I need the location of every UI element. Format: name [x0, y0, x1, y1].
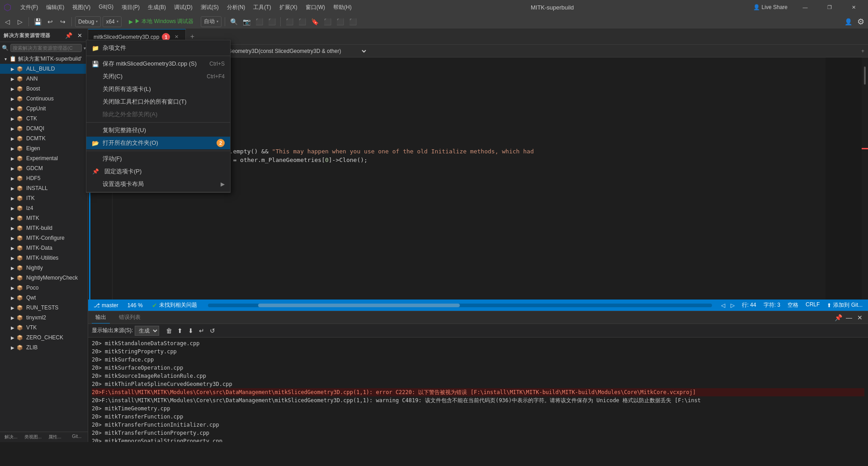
status-row[interactable]: 行: 44 — [740, 301, 758, 309]
sidebar-item-tinyxml2[interactable]: ▶ 📦 tinyxml2 — [0, 313, 88, 323]
status-git[interactable]: ⎇ master — [92, 300, 120, 311]
sidebar-item-vtk[interactable]: ▶ 📦 VTK — [0, 323, 88, 333]
output-wrap-btn[interactable]: ↵ — [197, 326, 206, 335]
pin-icon[interactable]: 📌 — [64, 31, 73, 40]
menu-extensions[interactable]: 扩展(X) — [276, 2, 301, 13]
platform-dropdown[interactable]: x64 ▾ — [103, 16, 121, 27]
close-button[interactable]: ✕ — [844, 0, 864, 14]
search-input[interactable] — [10, 44, 82, 52]
output-refresh-btn[interactable]: ↺ — [208, 326, 217, 335]
panel-close-btn[interactable]: ✕ — [855, 313, 864, 322]
sidebar-item-poco[interactable]: ▶ 📦 Poco — [0, 283, 88, 293]
tool-btn-4[interactable]: ⬛ — [284, 16, 295, 27]
sidebar-item-ann[interactable]: ▶ 📦 ANN — [0, 74, 88, 84]
scrollbar-right[interactable] — [862, 57, 868, 300]
add-to-git-btn[interactable]: ⬆ 添加到 Git... — [825, 301, 864, 309]
sidebar-item-dcmqi[interactable]: ▶ 📦 DCMQI — [0, 124, 88, 133]
panel-pin-btn[interactable]: 📌 — [834, 313, 843, 322]
panel-minimize-btn[interactable]: — — [844, 313, 854, 322]
close-icon[interactable]: ✕ — [75, 31, 84, 40]
tool-btn-8[interactable]: ⬛ — [347, 16, 358, 27]
sidebar-item-run_tests[interactable]: ▶ 📦 RUN_TESTS — [0, 303, 88, 313]
sidebar-tab-git[interactable]: Git... — [66, 432, 88, 442]
maximize-button[interactable]: ❐ — [819, 0, 840, 14]
undo-button[interactable]: ↩ — [45, 16, 56, 27]
sidebar-item-zlib[interactable]: ▶ 📦 ZLIB — [0, 342, 88, 352]
tool-btn-1[interactable]: 📷 — [241, 16, 252, 27]
sidebar-item-mitk-data[interactable]: ▶ 📦 MITK-Data — [0, 243, 88, 253]
extension-btn[interactable]: ⚙ — [855, 16, 866, 27]
menu-analyze[interactable]: 分析(N) — [223, 2, 249, 13]
tool-btn-5[interactable]: ⬛ — [297, 16, 307, 27]
sidebar-item-experimental[interactable]: ▶ 📦 Experimental — [0, 153, 88, 163]
sidebar-item-zero_check[interactable]: ▶ 📦 ZERO_CHECK — [0, 333, 88, 342]
menu-help[interactable]: 帮助(H) — [330, 2, 355, 13]
auto-dropdown[interactable]: 自动 ▾ — [201, 16, 222, 27]
save-button[interactable]: 💾 — [32, 16, 43, 27]
tool-btn-2[interactable]: ⬛ — [254, 16, 264, 27]
add-scope-button[interactable]: + — [861, 48, 864, 54]
redo-button[interactable]: ↪ — [57, 16, 68, 27]
menu-build[interactable]: 生成(B) — [144, 2, 170, 13]
ctx-copy-path[interactable]: 复制完整路径(U) — [86, 124, 230, 137]
debug-mode-dropdown[interactable]: Debug ▾ — [75, 16, 101, 27]
sidebar-item-nightlymemorycheck[interactable]: ▶ 📦 NightlyMemoryCheck — [0, 273, 88, 283]
output-scroll-down-btn[interactable]: ⬇ — [186, 326, 195, 335]
sidebar-item-ctk[interactable]: ▶ 📦 CTK — [0, 114, 88, 124]
panel-tab-errors[interactable]: 错误列表 — [115, 312, 144, 323]
output-clear-btn[interactable]: 🗑 — [165, 326, 174, 335]
ctx-close-all-tabs[interactable]: 关闭所有选项卡(L) — [86, 83, 230, 95]
minimize-button[interactable]: — — [795, 0, 816, 14]
status-check[interactable]: ✔ 未找到相关问题 — [150, 300, 199, 311]
status-encoding[interactable]: CRLF — [804, 301, 821, 308]
ctx-tab-layout[interactable]: 设置选项卡布局 ▶ — [86, 178, 230, 190]
sidebar-item-eigen[interactable]: ▶ 📦 Eigen — [0, 143, 88, 153]
live-share-button[interactable]: 👤 Live Share — [750, 2, 791, 12]
status-col[interactable]: 字符: 3 — [762, 301, 782, 309]
back-button[interactable]: ◁ — [2, 16, 13, 27]
menu-view[interactable]: 视图(V) — [69, 2, 94, 13]
sidebar-item-hdf5[interactable]: ▶ 📦 HDF5 — [0, 173, 88, 183]
tool-btn-6[interactable]: ⬛ — [322, 16, 333, 27]
sidebar-item-mitk[interactable]: ▶ 📦 MITK — [0, 213, 88, 223]
menu-git[interactable]: Git(G) — [95, 2, 117, 13]
account-btn[interactable]: 👤 — [843, 16, 854, 27]
sidebar-item-gdcm[interactable]: ▶ 📦 GDCM — [0, 163, 88, 173]
output-line-6[interactable]: 20>F:\install\MITK\MITK\Modules\Core\src… — [92, 388, 864, 396]
scroll-right-btn[interactable]: ▷ — [731, 302, 735, 309]
sidebar-item-mitk-utilities[interactable]: ▶ 📦 MITK-Utilities — [0, 253, 88, 263]
status-zoom[interactable]: 146 % — [126, 300, 145, 311]
tool-btn-3[interactable]: ⬛ — [266, 16, 277, 27]
sidebar-item-qwt[interactable]: ▶ 📦 Qwt — [0, 293, 88, 303]
ctx-save[interactable]: 💾 保存 mitkSlicedGeometry3D.cpp (S) Ctrl+S — [86, 57, 230, 70]
sidebar-item-cppunit[interactable]: ▶ 📦 CppUnit — [0, 104, 88, 114]
sidebar-item-lz4[interactable]: ▶ 📦 lz4 — [0, 203, 88, 213]
function-dropdown[interactable]: SlicedGeometry3D(const SlicedGeometry3D … — [209, 47, 368, 56]
scroll-thumb[interactable] — [864, 67, 866, 85]
horizontal-scrollbar[interactable] — [208, 304, 712, 307]
ctx-misc-files[interactable]: 📁 杂项文件 — [86, 42, 230, 54]
ctx-float[interactable]: 浮动(F) — [86, 152, 230, 165]
sidebar-item-all_build[interactable]: ▶ 📦 ALL_BUILD — [0, 64, 88, 74]
menu-window[interactable]: 窗口(W) — [302, 2, 329, 13]
ctx-open-folder[interactable]: 📂 打开所在的文件夹(O) 2 — [86, 137, 230, 149]
status-spaces[interactable]: 空格 — [786, 301, 800, 309]
sidebar-item-dcmtk[interactable]: ▶ 📦 DCMTK — [0, 133, 88, 143]
sidebar-item-continuous[interactable]: ▶ 📦 Continuous — [0, 94, 88, 104]
forward-button[interactable]: ▷ — [14, 16, 25, 27]
tool-btn-7[interactable]: ⬛ — [335, 16, 345, 27]
output-scroll-up-btn[interactable]: ⬆ — [175, 326, 184, 335]
sidebar-item-mitk-configure[interactable]: ▶ 📦 MITK-Configure — [0, 233, 88, 243]
menu-project[interactable]: 项目(P) — [118, 2, 143, 13]
ctx-close[interactable]: 关闭(C) Ctrl+F4 — [86, 70, 230, 83]
sidebar-item-nightly[interactable]: ▶ 📦 Nightly — [0, 263, 88, 273]
panel-tab-output[interactable]: 输出 — [92, 312, 110, 323]
ctx-pin-tab[interactable]: 📌 固定选项卡(P) — [86, 165, 230, 178]
scroll-left-btn[interactable]: ◁ — [721, 302, 725, 309]
bookmark-btn[interactable]: 🔖 — [309, 16, 320, 27]
menu-file[interactable]: 文件(F) — [17, 2, 42, 13]
menu-tools[interactable]: 工具(T) — [250, 2, 274, 13]
sidebar-tab-properties[interactable]: 属性... — [44, 432, 66, 442]
ctx-close-except-toolbar[interactable]: 关闭除工具栏口外的所有窗口(T) — [86, 95, 230, 108]
menu-edit[interactable]: 编辑(E) — [42, 2, 68, 13]
